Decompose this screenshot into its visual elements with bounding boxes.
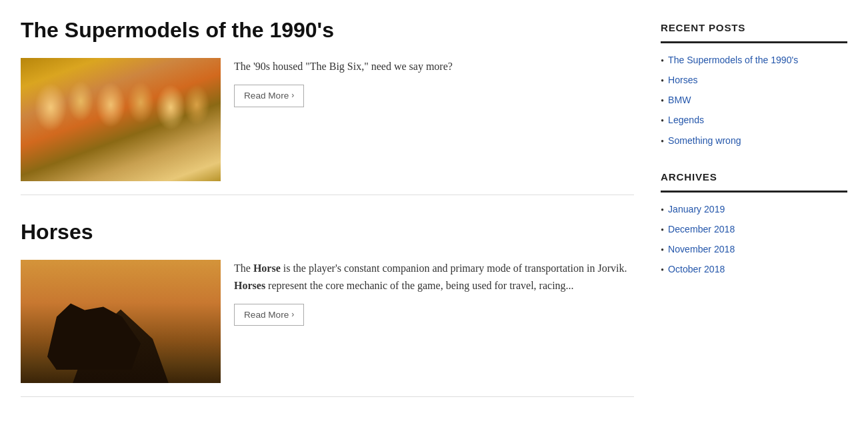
list-item: December 2018 (661, 222, 847, 238)
excerpt-before: The (234, 262, 253, 274)
horses-visual (21, 260, 221, 383)
read-more-label-supermodels: Read More (244, 89, 289, 103)
post-horses: Horses The Horse is the player's constan… (21, 215, 634, 397)
sidebar-recent-posts: RECENT POSTS The Supermodels of the 1990… (661, 20, 847, 149)
post-text-supermodels: The '90s housed "The Big Six," need we s… (234, 58, 634, 107)
recent-post-link-1[interactable]: Horses (668, 73, 698, 88)
sidebar-archives-list: January 2019 December 2018 November 2018… (661, 202, 847, 278)
post-body-horses: The Horse is the player's constant compa… (21, 260, 634, 383)
list-item: October 2018 (661, 262, 847, 278)
excerpt-mid2: represent the core mechanic of the game,… (265, 280, 573, 291)
list-item: November 2018 (661, 242, 847, 258)
read-more-button-horses[interactable]: Read More › (234, 304, 304, 326)
archive-link-3[interactable]: October 2018 (668, 262, 725, 277)
excerpt-bold2: Horses (234, 280, 265, 291)
sidebar-recent-posts-list: The Supermodels of the 1990's Horses BMW… (661, 53, 847, 149)
read-more-arrow-supermodels: › (291, 89, 294, 102)
post-title-horses: Horses (21, 215, 634, 249)
main-content: The Supermodels of the 1990's The '90s h… (21, 13, 634, 417)
list-item: Horses (661, 73, 847, 89)
list-item: Something wrong (661, 133, 847, 149)
list-item: January 2019 (661, 202, 847, 218)
sidebar-archives-title: ARCHIVES (661, 169, 847, 193)
post-image-supermodels (21, 58, 221, 181)
post-image-horses (21, 260, 221, 383)
excerpt-mid1: is the player's constant companion and p… (281, 262, 627, 274)
sidebar-archives: ARCHIVES January 2019 December 2018 Nove… (661, 169, 847, 278)
list-item: The Supermodels of the 1990's (661, 53, 847, 69)
read-more-arrow-horses: › (291, 308, 294, 321)
post-title-supermodels: The Supermodels of the 1990's (21, 13, 634, 47)
page-wrapper: The Supermodels of the 1990's The '90s h… (7, 0, 861, 430)
recent-post-link-0[interactable]: The Supermodels of the 1990's (668, 53, 798, 68)
read-more-button-supermodels[interactable]: Read More › (234, 85, 304, 107)
post-excerpt-supermodels: The '90s housed "The Big Six," need we s… (234, 58, 634, 75)
list-item: BMW (661, 93, 847, 109)
archive-link-0[interactable]: January 2019 (668, 202, 725, 217)
archive-link-2[interactable]: November 2018 (668, 242, 735, 257)
list-item: Legends (661, 113, 847, 129)
post-supermodels: The Supermodels of the 1990's The '90s h… (21, 13, 634, 195)
recent-post-link-4[interactable]: Something wrong (668, 133, 741, 149)
read-more-label-horses: Read More (244, 308, 289, 322)
archive-link-1[interactable]: December 2018 (668, 222, 735, 237)
sidebar-recent-posts-title: RECENT POSTS (661, 20, 847, 43)
post-body-supermodels: The '90s housed "The Big Six," need we s… (21, 58, 634, 181)
post-excerpt-horses: The Horse is the player's constant compa… (234, 260, 634, 294)
sidebar: RECENT POSTS The Supermodels of the 1990… (661, 13, 847, 417)
post-text-horses: The Horse is the player's constant compa… (234, 260, 634, 326)
supermodels-visual (21, 58, 221, 181)
excerpt-bold1: Horse (253, 262, 281, 274)
recent-post-link-2[interactable]: BMW (668, 93, 691, 108)
recent-post-link-3[interactable]: Legends (668, 113, 704, 128)
